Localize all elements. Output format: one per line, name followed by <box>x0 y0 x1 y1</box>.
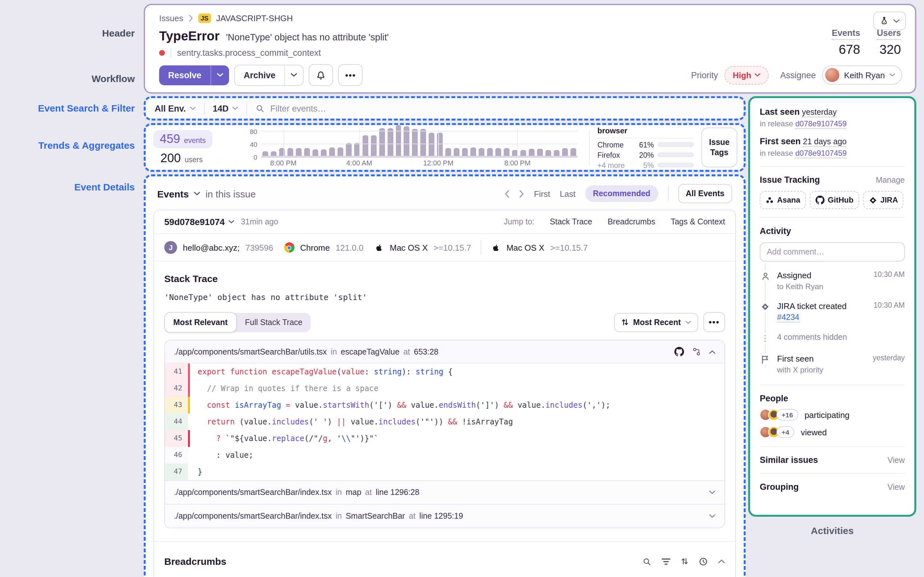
code-lines: 41export function escapeTagValue(value: … <box>165 364 724 480</box>
events-count-toggle[interactable]: 459 events <box>153 130 212 148</box>
avatar-count-pill[interactable]: +4 <box>776 426 795 438</box>
chart-vertical-gridline <box>283 129 284 157</box>
user-id: 739596 <box>246 243 273 252</box>
events-stat-label[interactable]: Events <box>832 28 860 40</box>
jump-link[interactable]: Breadcrumbs <box>607 218 656 226</box>
users-stat-label[interactable]: Users <box>877 28 901 40</box>
environment-dropdown[interactable]: All Env. <box>155 103 195 113</box>
platform-badge: JS <box>198 13 211 23</box>
chart-bar <box>354 143 360 157</box>
all-events-button[interactable]: All Events <box>678 184 732 203</box>
issue-title-row: TypeError 'NoneType' object has no attri… <box>159 29 902 44</box>
archive-button-label[interactable]: Archive <box>235 65 284 85</box>
manage-link[interactable]: Manage <box>876 175 905 184</box>
trace-more-options-button[interactable]: ••• <box>703 312 725 332</box>
tab-most-relevant[interactable]: Most Relevant <box>164 312 237 332</box>
grouping-title: Grouping <box>760 482 799 492</box>
environment-value[interactable]: All Env. <box>155 103 186 113</box>
activity-muted-text[interactable]: 4 comments hidden <box>777 333 905 342</box>
priority-value[interactable]: High <box>733 70 751 80</box>
similar-issues-view-link[interactable]: View <box>887 456 905 464</box>
collapsed-frames: ./app/components/smartSearchBar/index.ts… <box>165 480 724 528</box>
user-avatar: J <box>164 241 177 254</box>
chart-gridline <box>261 143 577 144</box>
frame-path: ./app/components/smartSearchBar/index.ts… <box>174 488 332 497</box>
filter-icon[interactable] <box>662 558 670 565</box>
integration-button-asana[interactable]: Asana <box>760 191 806 209</box>
users-count-toggle[interactable]: 200 users <box>153 151 236 165</box>
activity-item-title: Assigned <box>777 271 874 280</box>
sort-dropdown[interactable]: Most Recent <box>614 313 698 332</box>
chart-vertical-gridline <box>438 129 439 157</box>
tab-full-stack-trace[interactable]: Full Stack Trace <box>237 313 311 332</box>
github-icon[interactable] <box>674 347 684 356</box>
priority-dropdown[interactable]: High <box>724 66 769 84</box>
next-event-chevron-icon[interactable] <box>519 189 524 198</box>
collapsed-frame-row[interactable]: ./app/components/smartSearchBar/index.ts… <box>165 504 724 528</box>
date-range-value[interactable]: 14D <box>213 103 229 113</box>
activity-item-time: 10:30 AM <box>874 301 905 322</box>
experiment-menu-button[interactable] <box>873 11 906 30</box>
integration-button-jira[interactable]: JIRA <box>863 191 904 209</box>
events-title[interactable]: Events <box>157 188 189 199</box>
last-release-link[interactable]: d078e9107459 <box>795 119 846 129</box>
user-email: hello@abc.xyz; <box>183 243 240 252</box>
collapse-chevron-up-icon[interactable] <box>709 350 716 354</box>
archive-dropdown-chevron-icon[interactable] <box>285 65 303 85</box>
expand-chevron-down-icon[interactable] <box>709 514 716 518</box>
add-comment-input[interactable] <box>760 242 905 261</box>
assignee-name[interactable]: Keith Ryan <box>844 70 885 80</box>
apple-icon <box>491 242 501 253</box>
frame-header[interactable]: ./app/components/smartSearchBar/utils.ts… <box>165 340 724 364</box>
history-clock-icon[interactable] <box>699 557 708 566</box>
sort-label[interactable]: Most Recent <box>633 318 681 327</box>
expand-chevron-down-icon[interactable] <box>709 490 716 494</box>
activity-item-detail: with X priority <box>777 366 873 374</box>
archive-button[interactable]: Archive <box>234 64 304 85</box>
code-line-number: 45 <box>165 430 188 447</box>
activity-item-link[interactable]: #4234 <box>777 313 800 322</box>
date-range-dropdown[interactable]: 14D <box>213 103 238 113</box>
sort-arrows-icon[interactable] <box>681 557 688 566</box>
event-id[interactable]: 59d078e91074 <box>164 217 225 227</box>
code-line-content: ? `"${value.replace(/"/g, '\\"')}"` <box>190 430 724 447</box>
last-event-link[interactable]: Last <box>560 189 575 198</box>
divider <box>760 385 905 385</box>
ellipsis-icon: ••• <box>345 70 356 80</box>
more-actions-button[interactable]: ••• <box>338 64 363 86</box>
resolve-button-label[interactable]: Resolve <box>159 65 210 85</box>
avatar-stack: +4 <box>760 426 795 438</box>
chevron-down-icon <box>228 220 234 224</box>
subscribe-bell-button[interactable] <box>309 64 333 86</box>
resolve-dropdown-chevron-icon[interactable] <box>211 65 229 85</box>
people-rows: +16participating+4viewed <box>760 409 905 438</box>
search-icon[interactable] <box>642 557 651 566</box>
jump-link[interactable]: Stack Trace <box>550 218 592 226</box>
integration-button-github[interactable]: GitHub <box>810 191 859 209</box>
code-line-number: 41 <box>165 364 188 380</box>
first-seen-value[interactable]: 21 days ago <box>803 137 846 147</box>
event-id-dropdown[interactable]: 59d078e91074 <box>164 217 234 227</box>
recommended-event-pill[interactable]: Recommended <box>585 185 658 202</box>
breadcrumb-issues-link[interactable]: Issues <box>159 13 183 23</box>
last-seen-value[interactable]: yesterday <box>802 108 837 117</box>
filter-events-input[interactable] <box>270 103 735 113</box>
suspect-commit-icon[interactable] <box>692 347 701 356</box>
grouping-view-link[interactable]: View <box>887 482 905 492</box>
issue-tags-button[interactable]: Issue Tags <box>701 127 737 167</box>
first-release-link[interactable]: d078e9107459 <box>795 149 846 158</box>
avatar-count-pill[interactable]: +16 <box>776 409 798 421</box>
first-event-link[interactable]: First <box>534 189 550 198</box>
collapse-chevron-up-icon[interactable] <box>718 559 725 564</box>
jump-links: Stack TraceBreadcrumbsTags & Context <box>550 218 725 226</box>
collapsed-frame-row[interactable]: ./app/components/smartSearchBar/index.ts… <box>165 480 724 504</box>
assignee-dropdown[interactable]: Keith Ryan <box>822 65 902 85</box>
previous-event-chevron-icon[interactable] <box>504 189 509 198</box>
people-row-label: participating <box>804 410 850 420</box>
chart-bar <box>379 128 384 157</box>
frame-at-label: at <box>365 488 372 497</box>
chevron-down-icon <box>190 106 195 110</box>
chevron-down-icon[interactable] <box>194 192 200 195</box>
jump-link[interactable]: Tags & Context <box>670 218 725 226</box>
resolve-button[interactable]: Resolve <box>159 65 229 85</box>
